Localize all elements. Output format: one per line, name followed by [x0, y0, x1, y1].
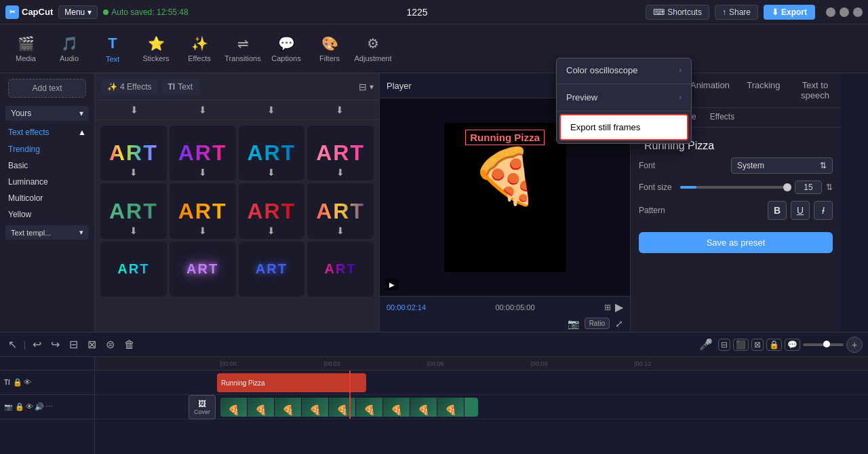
lock-video-icon[interactable]: 🔒	[15, 402, 24, 411]
download-icon[interactable]: ⬇	[199, 225, 207, 236]
download-icon[interactable]: ⬇	[336, 167, 344, 178]
sidebar-item-multicolor[interactable]: Multicolor	[0, 190, 94, 206]
share-button[interactable]: ↑ Share	[715, 5, 758, 20]
tool-text[interactable]: T Text	[92, 29, 133, 69]
text-clip[interactable]: Running Pizza	[217, 373, 366, 392]
redo-button[interactable]: ↪	[48, 337, 62, 352]
sidebar-item-trending[interactable]: Trending	[0, 141, 94, 157]
download-icon[interactable]: ⬇	[130, 167, 138, 178]
more-video-icon[interactable]: ⋯	[45, 402, 53, 411]
play-button[interactable]: ▶	[615, 301, 623, 314]
mic-icon[interactable]: 🎤	[696, 337, 715, 352]
text-effects-header[interactable]: Text effects ▲	[0, 124, 94, 141]
download-icon[interactable]: ⬇	[199, 167, 207, 178]
dropdown-color-oscilloscope[interactable]: Color oscilloscope ›	[557, 58, 691, 82]
font-size-value[interactable]: 15	[795, 181, 822, 194]
split-clip-icon[interactable]: ⊠	[751, 339, 764, 351]
minimize-button[interactable]	[826, 7, 835, 17]
tool-captions[interactable]: 💬 Captions	[266, 29, 307, 69]
close-button[interactable]	[853, 7, 863, 17]
dropdown-preview[interactable]: Preview ›	[557, 86, 691, 109]
download-icon-4[interactable]: ⬇	[336, 105, 344, 115]
italic-button[interactable]: I	[814, 201, 833, 220]
tool-stickers[interactable]: ⭐ Stickers	[136, 29, 176, 69]
sidebar-item-yellow[interactable]: Yellow	[0, 206, 94, 223]
vis-video-icon[interactable]: 👁	[26, 402, 33, 411]
sidebar-item-basic[interactable]: Basic	[0, 157, 94, 174]
screenshot-icon[interactable]: 📷	[568, 318, 579, 329]
font-select[interactable]: System ⇅	[731, 157, 833, 174]
frame-9: 🍕	[437, 398, 465, 417]
shortcuts-button[interactable]: ⌨ Shortcuts	[646, 5, 709, 20]
tool-filters[interactable]: 🎨 Filters	[309, 29, 350, 69]
text-template-dropdown[interactable]: Text templ... ▾	[5, 225, 89, 240]
download-icon-3[interactable]: ⬇	[267, 105, 275, 115]
effect-card-partial1[interactable]: ART	[100, 242, 167, 297]
add-text-button[interactable]: Add text	[8, 79, 86, 98]
lock-track-icon[interactable]: 🔒	[13, 378, 22, 387]
split-icon[interactable]: ⊟	[718, 339, 730, 351]
tool-effects[interactable]: ✨ Effects	[179, 29, 220, 69]
tool-media[interactable]: 🎬 Media	[5, 29, 46, 69]
effect-card-orange[interactable]: ART ⬇	[170, 183, 236, 238]
cursor-tool[interactable]: ↖	[5, 337, 20, 352]
four-effects-tab[interactable]: ✨ 4 Effects	[100, 79, 158, 94]
effect-card-partial3[interactable]: ART	[239, 242, 305, 297]
download-icon[interactable]: ⬇	[130, 225, 138, 236]
align-tool[interactable]: ⊜	[103, 337, 117, 352]
download-icon-2[interactable]: ⬇	[199, 105, 207, 115]
export-frames-label: Export still frames	[570, 122, 640, 132]
subtab-effects[interactable]: Effects	[703, 108, 741, 127]
tool-transitions[interactable]: ⇌ Transitions	[222, 29, 263, 69]
effect-card-blue[interactable]: ART ⬇	[239, 126, 305, 181]
effect-card-rainbow[interactable]: ART ⬇	[100, 126, 167, 181]
yours-dropdown[interactable]: Yours ▾	[5, 106, 89, 121]
art-text-partial3: ART	[256, 261, 288, 277]
frame-5: 🍕	[329, 398, 356, 417]
crop-tool[interactable]: ⊠	[85, 337, 99, 352]
cover-button[interactable]: 🖼 Cover	[189, 395, 216, 419]
effect-card-green[interactable]: ART ⬇	[100, 183, 167, 238]
save-preset-button[interactable]: Save as preset	[639, 232, 833, 253]
effect-card-red[interactable]: ART ⬇	[239, 183, 305, 238]
tab-tracking[interactable]: Tracking	[738, 73, 789, 107]
ti-text-tab[interactable]: TI Text	[161, 79, 199, 94]
visibility-track-icon[interactable]: 👁	[24, 378, 31, 387]
tab-text-to-speech[interactable]: Text to speech	[789, 73, 841, 107]
add-track-button[interactable]: +	[846, 337, 863, 353]
ratio-button[interactable]: Ratio	[585, 318, 610, 329]
lock-icon[interactable]: 🔒	[766, 339, 782, 351]
caption-icon[interactable]: 💬	[785, 339, 800, 351]
export-button[interactable]: ⬇ Export	[764, 5, 815, 20]
sidebar-item-luminance[interactable]: Luminance	[0, 174, 94, 190]
tool-audio[interactable]: 🎵 Audio	[49, 29, 90, 69]
zoom-slider[interactable]	[803, 343, 844, 346]
font-size-slider[interactable]	[680, 186, 791, 189]
dropdown-menu: Color oscilloscope › Preview › Export st…	[556, 58, 692, 144]
filter-icon[interactable]: ⊟	[359, 81, 367, 92]
effect-card-partial2[interactable]: ART	[170, 242, 236, 297]
marker-icon[interactable]: ⬛	[733, 339, 749, 351]
download-icon[interactable]: ⬇	[267, 225, 275, 236]
timeline-content: TI 🔒 👁 📷 🔒 👁 🔊 ⋯	[0, 357, 868, 454]
effect-card-pink[interactable]: ART ⬇	[307, 126, 374, 181]
audio-video-icon[interactable]: 🔊	[35, 402, 44, 411]
download-icon[interactable]: ⬇	[267, 167, 275, 178]
app-name: CapCut	[22, 7, 53, 17]
bold-button[interactable]: B	[768, 201, 787, 220]
effect-card-multicolor[interactable]: ART ⬇	[307, 183, 374, 238]
delete-tool[interactable]: 🗑	[121, 337, 138, 352]
maximize-button[interactable]	[840, 7, 849, 17]
tool-adjustment[interactable]: ⚙ Adjustment	[353, 29, 393, 69]
expand-icon[interactable]: ⤢	[615, 318, 623, 329]
effect-card-partial4[interactable]: ART	[307, 242, 374, 297]
undo-button[interactable]: ↩	[30, 337, 44, 352]
underline-button[interactable]: U	[791, 201, 810, 220]
menu-button[interactable]: Menu ▾	[58, 5, 98, 19]
download-icon[interactable]: ⬇	[336, 225, 344, 236]
effect-card-purple[interactable]: ART ⬇	[170, 126, 236, 181]
grid-view-icon[interactable]: ⊞	[604, 303, 611, 312]
download-icon-1[interactable]: ⬇	[130, 105, 138, 115]
split-tool[interactable]: ⊟	[66, 337, 81, 352]
dropdown-export-frames[interactable]: Export still frames	[559, 114, 688, 140]
